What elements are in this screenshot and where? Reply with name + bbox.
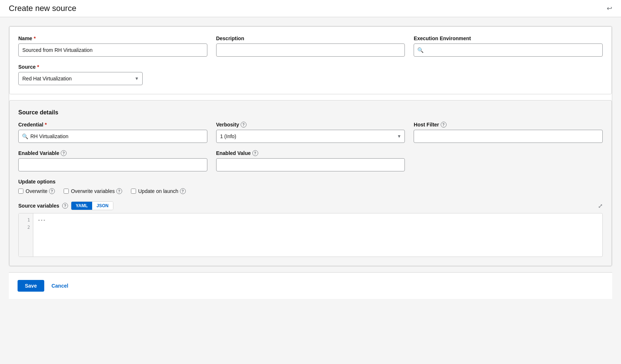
- enabled-variable-help-icon[interactable]: ?: [61, 150, 67, 156]
- update-on-launch-label[interactable]: Update on launch ?: [138, 188, 186, 194]
- basic-fields-section: Name * Description Execution Environment…: [9, 26, 612, 94]
- code-line-1: ---: [38, 216, 598, 224]
- source-required: *: [37, 64, 39, 70]
- name-label: Name *: [18, 35, 207, 41]
- credential-input-wrapper: 🔍: [18, 130, 207, 143]
- update-on-launch-help-icon[interactable]: ?: [180, 188, 186, 194]
- spacer-3: [414, 150, 603, 171]
- line-number-2: 2: [19, 224, 33, 231]
- page-header: Create new source ↩: [0, 0, 621, 17]
- update-on-launch-item: Update on launch ?: [131, 188, 186, 194]
- credential-input[interactable]: [18, 130, 207, 143]
- overwrite-item: Overwrite ?: [18, 188, 55, 194]
- enabled-variable-input[interactable]: [18, 158, 207, 171]
- description-input[interactable]: [216, 43, 405, 57]
- update-on-launch-checkbox[interactable]: [131, 189, 136, 194]
- enabled-value-label: Enabled Value ?: [216, 150, 405, 156]
- enabled-value-input[interactable]: [216, 158, 405, 171]
- yaml-toggle-btn[interactable]: YAML: [71, 202, 92, 210]
- code-editor[interactable]: 1 2 ---: [18, 213, 603, 257]
- credential-search-icon: 🔍: [22, 133, 28, 139]
- description-group: Description: [216, 35, 405, 57]
- source-details-row-1: Credential * 🔍 Verbosity ?: [18, 122, 603, 143]
- execution-environment-group: Execution Environment 🔍: [414, 35, 603, 57]
- expand-icon[interactable]: ⤢: [598, 202, 603, 209]
- overwrite-checkbox[interactable]: [18, 189, 23, 194]
- credential-label: Credential *: [18, 122, 207, 128]
- line-numbers: 1 2: [19, 213, 33, 257]
- source-variables-left: Source variables ? YAML JSON: [18, 201, 113, 210]
- source-variables-help-icon[interactable]: ?: [62, 203, 68, 209]
- main-content: Name * Description Execution Environment…: [0, 17, 621, 308]
- overwrite-variables-item: Overwrite variables ?: [64, 188, 122, 194]
- host-filter-help-icon[interactable]: ?: [441, 122, 447, 128]
- verbosity-help-icon[interactable]: ?: [241, 122, 246, 128]
- verbosity-select[interactable]: 0 (Warning) 1 (Info) 2 (Debug) 3 (Debug+…: [216, 130, 405, 143]
- execution-environment-input[interactable]: [414, 43, 603, 57]
- overwrite-help-icon[interactable]: ?: [49, 188, 55, 194]
- host-filter-group: Host Filter ?: [414, 122, 603, 143]
- source-group: Source * Red Hat Virtualization Amazon E…: [18, 64, 143, 85]
- overwrite-variables-checkbox[interactable]: [64, 189, 69, 194]
- source-variables-header: Source variables ? YAML JSON ⤢: [18, 201, 603, 210]
- host-filter-input[interactable]: [414, 130, 603, 143]
- credential-required: *: [45, 122, 46, 128]
- save-button[interactable]: Save: [18, 280, 44, 292]
- name-input[interactable]: [18, 43, 207, 57]
- update-options-label: Update options: [18, 179, 603, 185]
- execution-environment-search-icon: 🔍: [417, 47, 424, 53]
- verbosity-group: Verbosity ? 0 (Warning) 1 (Info) 2 (Debu…: [216, 122, 405, 143]
- source-variables-section: Source variables ? YAML JSON ⤢ 1 2: [18, 201, 603, 257]
- enabled-variable-label: Enabled Variable ?: [18, 150, 207, 156]
- enabled-value-help-icon[interactable]: ?: [252, 150, 258, 156]
- yaml-json-toggle: YAML JSON: [71, 201, 113, 210]
- overwrite-variables-label[interactable]: Overwrite variables ?: [71, 188, 122, 194]
- execution-environment-wrapper: 🔍: [414, 43, 603, 57]
- source-details-title: Source details: [18, 109, 603, 116]
- source-details-row-2: Enabled Variable ? Enabled Value ?: [18, 150, 603, 171]
- update-options-section: Update options Overwrite ? Overwrite var…: [18, 179, 603, 194]
- cancel-button[interactable]: Cancel: [50, 280, 70, 292]
- row-2: Source * Red Hat Virtualization Amazon E…: [18, 64, 603, 85]
- spacer-1: [151, 64, 373, 85]
- name-required: *: [34, 35, 35, 41]
- page-title: Create new source: [9, 4, 76, 13]
- source-select-wrapper: Red Hat Virtualization Amazon EC2 Google…: [18, 72, 143, 85]
- credential-group: Credential * 🔍: [18, 122, 207, 143]
- enabled-value-group: Enabled Value ?: [216, 150, 405, 171]
- source-variables-label: Source variables: [18, 203, 59, 209]
- description-label: Description: [216, 35, 405, 41]
- verbosity-select-wrapper: 0 (Warning) 1 (Info) 2 (Debug) 3 (Debug+…: [216, 130, 405, 143]
- host-filter-label: Host Filter ?: [414, 122, 603, 128]
- footer-actions: Save Cancel: [9, 272, 612, 299]
- overwrite-label[interactable]: Overwrite ?: [26, 188, 55, 194]
- source-select[interactable]: Red Hat Virtualization Amazon EC2 Google…: [18, 72, 143, 85]
- json-toggle-btn[interactable]: JSON: [92, 202, 113, 210]
- spacer-2: [381, 64, 603, 85]
- verbosity-label: Verbosity ?: [216, 122, 405, 128]
- form-card-top: Name * Description Execution Environment…: [9, 26, 612, 266]
- line-number-1: 1: [19, 216, 33, 224]
- history-icon[interactable]: ↩: [607, 4, 612, 12]
- source-label: Source *: [18, 64, 143, 70]
- code-content[interactable]: ---: [33, 213, 602, 257]
- source-details-section: Source details Credential * 🔍 Verbosity: [9, 100, 612, 266]
- checkbox-group: Overwrite ? Overwrite variables ?: [18, 188, 603, 194]
- overwrite-variables-help-icon[interactable]: ?: [116, 188, 122, 194]
- row-1: Name * Description Execution Environment…: [18, 35, 603, 57]
- enabled-variable-group: Enabled Variable ?: [18, 150, 207, 171]
- execution-environment-label: Execution Environment: [414, 35, 603, 41]
- name-group: Name *: [18, 35, 207, 57]
